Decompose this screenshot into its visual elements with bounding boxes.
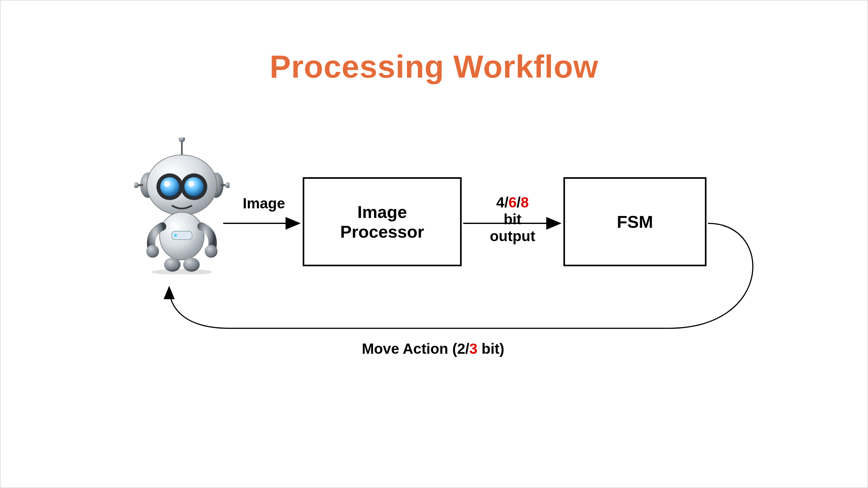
edge-label-bits: 4/6/8 bit output: [465, 194, 560, 245]
bits-line1: 4/6/8: [465, 194, 560, 211]
edge-label-move: Move Action (2/3 bit): [274, 340, 592, 357]
robot-icon: [134, 137, 229, 274]
svg-point-22: [152, 269, 212, 274]
fsm-label: FSM: [617, 212, 653, 232]
svg-point-18: [146, 245, 159, 258]
slide: Processing Workflow: [0, 0, 868, 488]
svg-point-12: [184, 177, 204, 196]
image-processor-node: Image Processor: [303, 177, 462, 266]
svg-point-11: [160, 177, 179, 196]
svg-point-19: [205, 245, 217, 258]
svg-point-1: [179, 137, 185, 142]
fsm-node: FSM: [563, 177, 707, 266]
svg-point-4: [134, 182, 139, 188]
svg-point-17: [174, 234, 177, 237]
svg-point-13: [164, 181, 170, 187]
edge-label-image: Image: [223, 195, 305, 212]
svg-point-14: [188, 181, 194, 187]
bits-line3: output: [465, 228, 560, 245]
bits-line2: bit: [465, 211, 560, 228]
slide-title: Processing Workflow: [1, 48, 867, 85]
image-processor-line1: Image: [358, 202, 407, 222]
image-processor-line2: Processor: [340, 222, 424, 241]
svg-point-7: [225, 182, 229, 188]
